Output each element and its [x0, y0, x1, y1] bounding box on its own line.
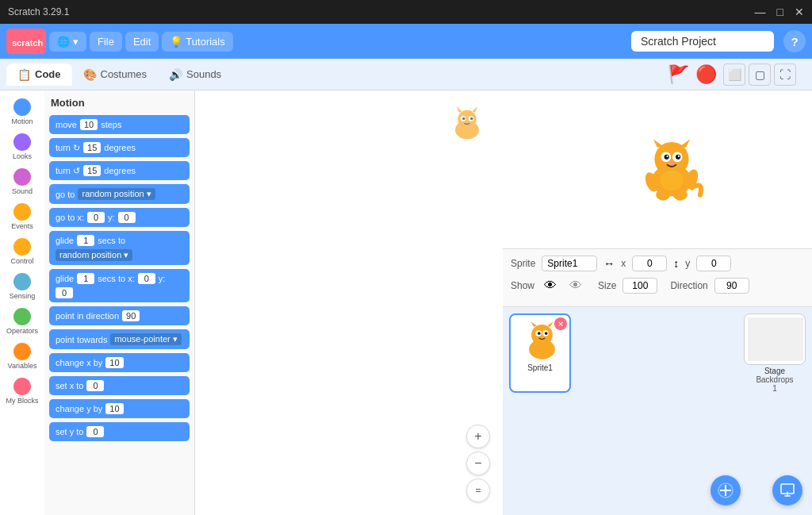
- zoom-out-button[interactable]: −: [466, 452, 490, 475]
- category-events[interactable]: Events: [2, 200, 43, 233]
- sounds-tab-icon: 🔊: [169, 68, 182, 81]
- stage-section: Stage Backdrops 1: [744, 313, 806, 393]
- tab-costumes[interactable]: 🎨 Costumes: [72, 63, 159, 86]
- block-turn-cw[interactable]: turn ↻ 15 degrees: [49, 138, 190, 157]
- category-looks[interactable]: Looks: [2, 130, 43, 163]
- category-variables[interactable]: Variables: [2, 340, 43, 373]
- fullscreen-button[interactable]: ⛶: [774, 63, 796, 86]
- tab-sounds[interactable]: 🔊 Sounds: [158, 63, 232, 86]
- sprite-delete-button[interactable]: ✕: [554, 317, 567, 330]
- show-label: Show: [511, 280, 534, 291]
- sprite-name-input[interactable]: [542, 256, 597, 271]
- sprite-thumb-sprite1[interactable]: ✕: [509, 313, 571, 393]
- svg-marker-4: [457, 106, 462, 113]
- svg-point-24: [673, 189, 688, 200]
- block-change-x[interactable]: change x by 10: [49, 353, 190, 372]
- x-value-input[interactable]: [632, 256, 667, 271]
- category-motion[interactable]: Motion: [2, 95, 43, 129]
- direction-label: Direction: [670, 280, 707, 291]
- block-move[interactable]: move 10 steps: [49, 115, 190, 134]
- block-set-y[interactable]: set y to 0: [49, 422, 190, 441]
- sprite-label: Sprite: [511, 258, 535, 269]
- blocks-panel: Motion move 10 steps turn ↻ 15 degrees t…: [44, 90, 195, 515]
- svg-point-9: [470, 117, 473, 120]
- edit-menu-button[interactable]: Edit: [125, 32, 159, 52]
- category-control[interactable]: Control: [2, 235, 43, 268]
- stage-sprite: [636, 137, 707, 202]
- lightbulb-icon: 💡: [170, 36, 182, 48]
- block-turn-ccw[interactable]: turn ↺ 15 degrees: [49, 161, 190, 180]
- block-go-to[interactable]: go to random position ▾: [49, 184, 190, 204]
- svg-point-33: [544, 332, 547, 335]
- script-area-sprite-thumbnail: [447, 105, 487, 141]
- globe-arrow: ▾: [73, 36, 79, 48]
- svg-marker-13: [680, 139, 691, 148]
- large-stage-button[interactable]: ▢: [749, 63, 771, 86]
- maximize-button[interactable]: □: [777, 6, 783, 18]
- categories-panel: Motion Looks Sound Events Control Sensin…: [0, 90, 44, 515]
- help-button[interactable]: ?: [783, 30, 806, 52]
- sprite-info: Sprite ↔ x ↕ y Show 👁 👁 Size Direction: [503, 249, 812, 307]
- code-tab-icon: 📋: [17, 68, 31, 81]
- svg-point-18: [667, 155, 668, 156]
- close-button[interactable]: ✕: [795, 6, 804, 18]
- minimize-button[interactable]: —: [755, 6, 766, 18]
- blocks-category-title: Motion: [51, 97, 190, 109]
- svg-point-19: [678, 155, 680, 156]
- category-operators[interactable]: Operators: [2, 305, 43, 338]
- block-set-x[interactable]: set x to 0: [49, 376, 190, 395]
- y-axis-icon: ↕: [673, 257, 679, 270]
- titlebar-left: Scratch 3.29.1: [8, 6, 69, 17]
- titlebar: Scratch 3.29.1 — □ ✕: [0, 0, 812, 24]
- svg-point-32: [537, 332, 540, 335]
- size-label: Size: [598, 280, 616, 291]
- size-input[interactable]: [622, 278, 657, 294]
- show-hidden-button[interactable]: 👁: [566, 276, 585, 295]
- script-area[interactable]: + − =: [195, 90, 503, 515]
- block-glide-xy[interactable]: glide 1 secs to x: 0 y: 0: [49, 269, 190, 302]
- zoom-controls: + − =: [466, 425, 490, 502]
- block-point-towards[interactable]: point towards mouse-pointer ▾: [49, 329, 190, 349]
- stage-thumb-image: [748, 317, 803, 361]
- block-go-to-xy[interactable]: go to x: 0 y: 0: [49, 208, 190, 227]
- category-myblocks[interactable]: My Blocks: [2, 375, 43, 408]
- globe-button[interactable]: 🌐 ▾: [49, 32, 86, 52]
- backdrops-label: Backdrops 1: [744, 375, 806, 393]
- direction-input[interactable]: [714, 278, 749, 294]
- stop-button[interactable]: 🔴: [695, 64, 717, 85]
- stage-thumb[interactable]: [744, 313, 806, 365]
- y-label: y: [685, 258, 690, 269]
- show-visible-button[interactable]: 👁: [541, 276, 560, 295]
- stage-label: Stage: [744, 367, 806, 375]
- tab-sounds-label: Sounds: [186, 68, 221, 80]
- file-menu-button[interactable]: File: [90, 32, 122, 52]
- small-stage-button[interactable]: ⬜: [723, 63, 745, 86]
- titlebar-title: Scratch 3.29.1: [8, 6, 69, 17]
- svg-point-16: [665, 154, 669, 159]
- svg-point-17: [676, 154, 680, 159]
- add-sprite-button[interactable]: [710, 475, 741, 505]
- block-glide-to[interactable]: glide 1 secs to random position ▾: [49, 231, 190, 265]
- zoom-fit-button[interactable]: =: [466, 478, 490, 502]
- tutorials-button[interactable]: 💡 Tutorials: [162, 32, 232, 52]
- stage-display: [503, 90, 812, 249]
- block-change-y[interactable]: change y by 10: [49, 399, 190, 418]
- tab-code-label: Code: [35, 68, 61, 80]
- tab-code[interactable]: 📋 Code: [6, 63, 72, 86]
- zoom-in-button[interactable]: +: [466, 425, 490, 448]
- menubar: scratch 🌐 ▾ File Edit 💡 Tutorials ?: [0, 24, 812, 59]
- sprite-name-label: Sprite1: [514, 363, 566, 372]
- block-point-dir[interactable]: point in direction 90: [49, 306, 190, 325]
- sprite-list: ✕: [503, 307, 812, 515]
- play-button[interactable]: 🚩: [668, 64, 689, 85]
- category-sensing[interactable]: Sensing: [2, 270, 43, 303]
- x-label: x: [621, 258, 626, 269]
- svg-marker-28: [530, 321, 536, 327]
- add-backdrop-button[interactable]: [772, 475, 802, 505]
- y-value-input[interactable]: [696, 256, 731, 271]
- category-sound[interactable]: Sound: [2, 165, 43, 198]
- svg-point-23: [656, 189, 670, 200]
- scratch-logo: scratch: [6, 29, 46, 54]
- project-name-input[interactable]: [631, 31, 774, 52]
- svg-point-20: [669, 162, 673, 165]
